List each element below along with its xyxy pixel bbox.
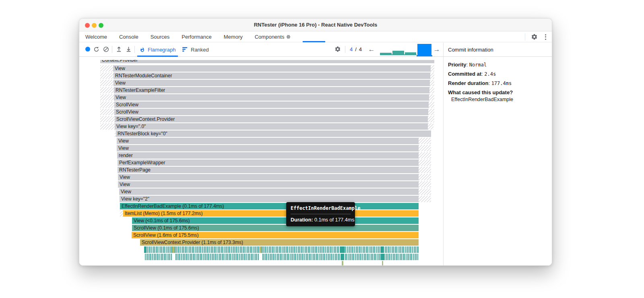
commit-bar[interactable] [392,51,404,55]
flame-hatch-region [430,80,434,86]
tab-components[interactable]: Components [255,31,291,42]
flame-hatch-region [100,80,114,86]
flame-dense-children-row[interactable] [144,246,419,253]
flame-hatch-region [430,72,434,79]
profiler-settings-button[interactable] [334,43,342,56]
flame-leaf-bar[interactable] [342,261,343,266]
render-duration-line: Render duration: 177.4ms [448,80,548,86]
flame-bar[interactable]: PerfExampleWrapper [118,159,419,166]
flame-hatch-region [419,181,431,188]
tab-console[interactable]: Console [119,31,138,42]
tab-welcome[interactable]: Welcome [85,31,107,42]
flame-hatch-region [419,145,431,151]
flamegraph-pane[interactable]: Context.ProviderViewRNTesterModuleContai… [79,57,443,266]
tab-profiler[interactable] [303,31,325,42]
flame-dense-children-row[interactable] [145,254,419,260]
commit-information-header: Commit information [444,43,552,57]
tooltip-divider [291,214,351,214]
flame-bar[interactable]: ScrollViewContext.Provider [115,116,428,122]
flame-hatch-region [419,167,431,173]
flame-dense-accent [172,246,175,253]
flame-hatch-region [429,87,434,93]
flame-bar[interactable]: View [113,65,431,72]
flame-bar[interactable]: View (<0.1ms of 175.6ms) [132,217,419,224]
flame-bar[interactable]: RNTesterExampleFilter [114,87,429,93]
flame-hatch-region [120,210,123,217]
tab-bar-separator [525,33,525,41]
flame-hatch-region [419,152,431,159]
devtools-window: RNTester (iPhone 16 Pro) - React Native … [79,18,552,266]
flame-bar[interactable]: EffectInRenderBadExample (0.1ms of 177.4… [120,203,419,209]
flame-hatch-region [428,123,433,130]
commit-bar-selected[interactable] [417,44,431,55]
flame-bar[interactable]: View key=".0" [115,123,428,130]
flame-bar[interactable]: View [118,174,419,180]
flame-dense-accent [260,246,262,253]
tab-bar-right-controls [525,31,548,42]
flame-bar[interactable]: RNTesterModuleContainer [114,72,430,79]
commit-count-separator: / [355,46,357,52]
download-icon [126,46,132,52]
flame-bar[interactable]: View [117,145,419,151]
flame-bar[interactable]: View [118,181,419,188]
flame-bar[interactable]: ScrollViewContext.Provider (1.1ms of 173… [140,239,419,246]
priority-line: Priority: Normal [448,62,548,68]
flame-hatch-region [100,109,114,115]
flame-bar[interactable]: ScrollView [114,109,428,115]
flame-bar[interactable]: View [117,138,419,144]
tooltip-component-name: EffectInRenderBadExample [291,205,351,211]
flame-bar[interactable]: View [114,94,429,101]
flame-leaf-bar[interactable] [382,261,383,266]
record-profiling-button[interactable] [85,43,91,56]
previous-commit-button[interactable]: ← [367,43,376,56]
flame-bar[interactable]: Context.Provider [100,60,434,63]
tab-memory[interactable]: Memory [224,31,243,42]
flamegraph-tab-label: Flamegraph [148,47,175,53]
view-tab-flamegraph[interactable]: Flamegraph [140,43,175,56]
flame-bar[interactable]: View key="2" [120,196,419,202]
flame-bar[interactable]: View [114,80,430,86]
flame-bar[interactable]: ScrollView (0.1ms of 175.6ms) [132,225,419,231]
flame-bar[interactable]: RNTesterPage [118,167,419,173]
tab-sources[interactable]: Sources [151,31,170,42]
flame-bar[interactable]: RNTesterBlock key="0" [116,130,431,137]
title-bar[interactable]: RNTester (iPhone 16 Pro) - React Native … [79,19,552,31]
flame-hatch-region [419,188,431,195]
reload-icon [93,46,99,52]
flame-hatch-region [100,123,115,130]
ranked-chart-icon [182,47,188,52]
flame-bar[interactable]: render [117,152,419,159]
window-title: RNTester (iPhone 16 Pro) - React Native … [79,22,552,28]
flame-dense-accent [341,254,344,260]
load-profile-button[interactable] [115,43,123,56]
tab-performance[interactable]: Performance [182,31,211,42]
flame-bar[interactable]: ScrollView (1.6ms of 175.5ms) [132,232,419,238]
clear-profiling-data-button[interactable] [102,43,109,56]
flame-bar-clipped[interactable]: Context.Provider [100,60,434,63]
settings-gear-icon[interactable] [531,33,538,40]
committed-at-line: Committed at: 2.4s [448,71,548,77]
commit-bar[interactable] [405,52,416,55]
flame-hatch-region [100,65,113,72]
devtools-tab-bar: Welcome Console Sources Performance Memo… [79,31,552,42]
save-profile-button[interactable] [124,43,132,56]
flame-bar[interactable]: View [119,188,419,195]
selected-commit-underline [417,55,432,56]
react-atom-icon [286,35,291,39]
flame-hatch-region [428,116,434,122]
commit-bar[interactable] [380,53,392,55]
update-cause-component[interactable]: EffectInRenderBadExample [448,97,548,102]
flame-hatch-region [100,116,115,122]
more-options-kebab-icon[interactable] [543,33,548,41]
flame-hatch-region [100,87,114,93]
flame-bar[interactable]: ScrollView [114,101,429,108]
flame-hatch-region [419,159,431,166]
next-commit-button[interactable]: → [433,43,441,56]
flame-icon [140,47,145,53]
flame-bar[interactable]: ItemList (Memo) (1.5ms of 177.2ms) [123,210,419,217]
reload-and-profile-button[interactable] [93,43,100,56]
gear-icon [334,46,341,52]
view-tab-ranked[interactable]: Ranked [182,43,209,56]
commit-selector[interactable] [380,43,433,56]
committed-at-value: 2.4s [484,71,496,77]
